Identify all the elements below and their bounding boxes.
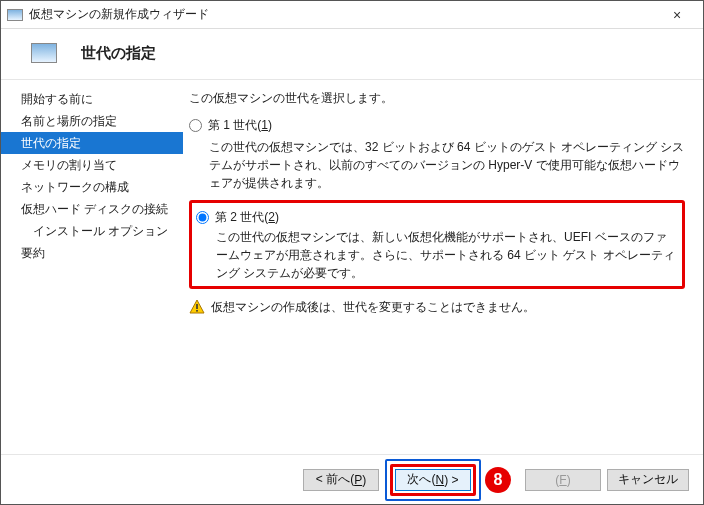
titlebar: 仮想マシンの新規作成ウィザード ×: [1, 1, 703, 29]
sidebar-item-memory[interactable]: メモリの割り当て: [1, 154, 183, 176]
page-title: 世代の指定: [81, 44, 156, 63]
gen2-option[interactable]: 第 2 世代(2): [196, 209, 678, 226]
finish-button[interactable]: (F): [525, 469, 601, 491]
sidebar-item-network[interactable]: ネットワークの構成: [1, 176, 183, 198]
window-title: 仮想マシンの新規作成ウィザード: [29, 6, 657, 23]
gen2-desc: この世代の仮想マシンでは、新しい仮想化機能がサポートされ、UEFI ベースのファ…: [216, 228, 678, 282]
svg-rect-2: [196, 310, 198, 312]
app-icon: [7, 9, 23, 21]
sidebar-item-name-location[interactable]: 名前と場所の指定: [1, 110, 183, 132]
gen1-radio[interactable]: [189, 119, 202, 132]
annotation-number: 8: [485, 467, 511, 493]
gen2-label: 第 2 世代(2): [215, 209, 279, 226]
warning-icon: [189, 299, 205, 315]
sidebar-item-install-options[interactable]: インストール オプション: [1, 220, 183, 242]
wizard-sidebar: 開始する前に 名前と場所の指定 世代の指定 メモリの割り当て ネットワークの構成…: [1, 80, 183, 454]
svg-rect-1: [196, 304, 198, 309]
gen2-highlight: 第 2 世代(2) この世代の仮想マシンでは、新しい仮想化機能がサポートされ、U…: [189, 200, 685, 289]
gen1-option[interactable]: 第 1 世代(1): [189, 117, 685, 134]
wizard-footer: < 前へ(P) 次へ(N) > 8 (F) キャンセル: [1, 454, 703, 504]
next-button-highlight: 次へ(N) >: [390, 464, 476, 496]
header-icon: [31, 43, 57, 63]
prompt-text: この仮想マシンの世代を選択します。: [189, 90, 685, 107]
wizard-content: この仮想マシンの世代を選択します。 第 1 世代(1) この世代の仮想マシンでは…: [183, 80, 703, 454]
sidebar-item-summary[interactable]: 要約: [1, 242, 183, 264]
gen2-radio[interactable]: [196, 211, 209, 224]
close-button[interactable]: ×: [657, 7, 697, 23]
wizard-body: 開始する前に 名前と場所の指定 世代の指定 メモリの割り当て ネットワークの構成…: [1, 80, 703, 454]
warning-row: 仮想マシンの作成後は、世代を変更することはできません。: [189, 299, 685, 316]
warning-text: 仮想マシンの作成後は、世代を変更することはできません。: [211, 299, 535, 316]
cancel-button[interactable]: キャンセル: [607, 469, 689, 491]
page-header: 世代の指定: [1, 29, 703, 79]
sidebar-item-before-start[interactable]: 開始する前に: [1, 88, 183, 110]
back-button[interactable]: < 前へ(P): [303, 469, 379, 491]
wizard-window: 仮想マシンの新規作成ウィザード × 世代の指定 開始する前に 名前と場所の指定 …: [0, 0, 704, 505]
gen1-desc: この世代の仮想マシンでは、32 ビットおよび 64 ビットのゲスト オペレーティ…: [209, 138, 685, 192]
gen1-label: 第 1 世代(1): [208, 117, 272, 134]
sidebar-item-generation[interactable]: 世代の指定: [1, 132, 183, 154]
sidebar-item-vhd[interactable]: 仮想ハード ディスクの接続: [1, 198, 183, 220]
next-button-focus: 次へ(N) >: [385, 459, 481, 501]
next-button[interactable]: 次へ(N) >: [395, 469, 471, 491]
